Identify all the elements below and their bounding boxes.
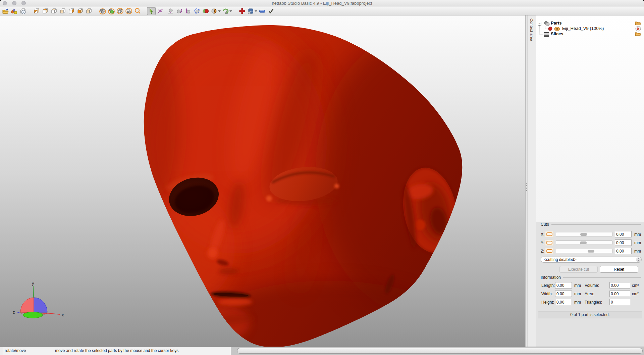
cut-y-unit: mm bbox=[634, 240, 641, 245]
cut-y-value-input[interactable] bbox=[615, 239, 632, 246]
length-unit: mm bbox=[574, 283, 581, 288]
height-value-input[interactable] bbox=[555, 299, 572, 305]
cut-tool-button[interactable] bbox=[210, 7, 221, 15]
measure-tool-button[interactable] bbox=[258, 7, 267, 15]
analysis-tool-button[interactable] bbox=[221, 7, 233, 15]
rotate-part-button[interactable] bbox=[175, 7, 184, 15]
info-row-1: Length: mm Volume: cm³ bbox=[540, 282, 642, 289]
cut-mode-select[interactable]: <cutting disabled> ▲▼ bbox=[541, 257, 642, 263]
volume-value-input[interactable] bbox=[609, 282, 630, 289]
context-area-strip: Context area bbox=[528, 15, 536, 347]
height-label: Height: bbox=[541, 300, 554, 305]
cut-row-x: X: mm bbox=[540, 231, 641, 238]
info-row-2: Width: mm Area: cm² bbox=[540, 291, 642, 297]
status-hint: move and rotate the selected parts by th… bbox=[55, 348, 178, 353]
view-back-button[interactable] bbox=[85, 7, 93, 15]
lasso-select-button[interactable] bbox=[156, 7, 164, 15]
panel-splitter[interactable] bbox=[525, 15, 528, 347]
tree-node-slices[interactable]: Slices bbox=[551, 31, 564, 36]
axis-x-label: x bbox=[62, 312, 64, 317]
cut-x-label: X: bbox=[541, 232, 544, 237]
zoom-tool-button[interactable] bbox=[133, 7, 142, 15]
cut-row-y: Y: mm bbox=[540, 239, 641, 246]
zoom-to-all-button[interactable] bbox=[116, 7, 124, 15]
view-right-button[interactable] bbox=[67, 7, 76, 15]
cut-x-value-input[interactable] bbox=[615, 231, 632, 237]
validate-button[interactable] bbox=[267, 7, 275, 15]
view-left-button[interactable] bbox=[58, 7, 67, 15]
view-right-icon bbox=[68, 8, 75, 14]
drop-part-icon bbox=[167, 8, 174, 14]
view-top-button[interactable] bbox=[41, 7, 50, 15]
cut-y-label: Y: bbox=[541, 240, 544, 245]
zoom-to-selection-button[interactable] bbox=[124, 7, 133, 15]
cut-x-slider[interactable] bbox=[556, 232, 612, 236]
dropdown-arrow-icon[interactable] bbox=[229, 8, 232, 14]
open-project-icon bbox=[2, 8, 9, 14]
slice-part-button[interactable] bbox=[247, 7, 258, 15]
execute-cut-button[interactable]: Execute cut bbox=[559, 266, 598, 273]
splitter-grip-icon[interactable] bbox=[526, 183, 527, 191]
view-front-button[interactable] bbox=[76, 7, 85, 15]
view-iso-button[interactable] bbox=[32, 7, 41, 15]
ruler-icon bbox=[259, 8, 266, 14]
select-all-parts-button[interactable] bbox=[98, 7, 107, 15]
statusbar-divider bbox=[53, 347, 53, 355]
convex-hull-button[interactable] bbox=[193, 7, 201, 15]
cut-z-unit: mm bbox=[634, 249, 641, 254]
selection-status: 0 of 1 part is selected. bbox=[538, 311, 642, 318]
project-info-button[interactable]: i bbox=[18, 7, 27, 15]
cut-z-checkbox[interactable] bbox=[545, 248, 554, 254]
parts-folder-icon[interactable] bbox=[635, 20, 641, 26]
part-visibility-icon[interactable] bbox=[554, 27, 560, 31]
horizontal-scrollbar[interactable] bbox=[231, 347, 644, 355]
tree-node-parts[interactable]: Parts bbox=[551, 20, 562, 26]
dropdown-arrow-icon[interactable] bbox=[254, 8, 257, 14]
drop-part-button[interactable] bbox=[166, 7, 175, 15]
cut-z-slider[interactable] bbox=[556, 249, 612, 253]
view-bottom-button[interactable] bbox=[50, 7, 58, 15]
reset-button[interactable]: Reset bbox=[600, 266, 638, 273]
view-front-icon bbox=[77, 8, 84, 14]
cut-z-slider-thumb[interactable] bbox=[588, 250, 594, 253]
info-row-3: Height: mm Triangles: bbox=[540, 299, 642, 306]
add-part-button[interactable] bbox=[10, 7, 18, 15]
view-iso-icon bbox=[33, 8, 40, 14]
horizontal-scrollbar-thumb[interactable] bbox=[237, 348, 643, 354]
cut-mode-value: <cutting disabled> bbox=[544, 257, 576, 262]
cut-z-value-input[interactable] bbox=[615, 248, 632, 254]
tree-node-part-eiji-head[interactable]: Eiji_Head_V9 (100%) bbox=[562, 26, 604, 31]
rotate-part-icon bbox=[176, 8, 183, 14]
open-project-button[interactable] bbox=[1, 7, 10, 15]
toggle-selection-button[interactable] bbox=[107, 7, 116, 15]
cut-y-slider-thumb[interactable] bbox=[580, 241, 587, 244]
cut-y-checkbox[interactable] bbox=[545, 239, 554, 246]
width-value-input[interactable] bbox=[555, 291, 572, 297]
cut-x-unit: mm bbox=[634, 232, 641, 237]
cut-x-slider-thumb[interactable] bbox=[580, 233, 587, 236]
cut-x-checkbox[interactable] bbox=[545, 231, 554, 237]
status-mode: rotate/move bbox=[5, 348, 26, 353]
width-unit: mm bbox=[574, 292, 581, 296]
slice-icon bbox=[247, 8, 254, 14]
boolean-operation-button[interactable] bbox=[201, 7, 210, 15]
cut-y-slider[interactable] bbox=[556, 240, 612, 245]
slices-folder-icon[interactable] bbox=[635, 31, 641, 37]
triangles-label: Triangles: bbox=[585, 300, 602, 305]
select-tool-button[interactable] bbox=[147, 7, 156, 15]
triangles-value-input[interactable] bbox=[609, 299, 630, 305]
part-eiji-head-model[interactable] bbox=[0, 15, 525, 347]
slices-icon bbox=[544, 32, 550, 37]
dropdown-arrow-icon[interactable] bbox=[218, 8, 221, 14]
viewport-3d[interactable]: y z x bbox=[0, 15, 525, 347]
area-value-input[interactable] bbox=[609, 291, 630, 297]
repair-part-button[interactable] bbox=[238, 7, 247, 15]
move-part-button[interactable] bbox=[184, 7, 193, 15]
add-part-icon bbox=[11, 8, 17, 14]
area-unit: cm² bbox=[632, 292, 639, 296]
length-value-input[interactable] bbox=[555, 282, 572, 289]
repair-cross-icon bbox=[239, 8, 246, 14]
zoom-to-selection-icon bbox=[125, 8, 132, 14]
parts-expander[interactable]: – bbox=[538, 22, 541, 26]
toolbar: i bbox=[0, 7, 644, 15]
